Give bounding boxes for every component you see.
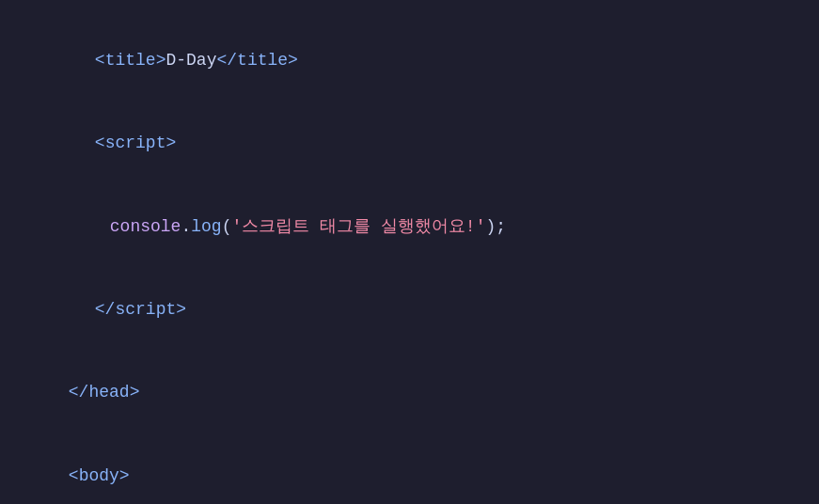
line-content: <script> bbox=[0, 102, 176, 183]
line-content: <title>D-Day</title> bbox=[0, 20, 298, 101]
line-content: <body> bbox=[0, 435, 130, 504]
code-line-2: <script> bbox=[0, 102, 819, 184]
punctuation: ( bbox=[222, 217, 232, 236]
code-line-1: <title>D-Day</title> bbox=[0, 19, 819, 102]
line-content: console.log('스크립트 태그를 실행했어요!'); bbox=[0, 186, 506, 267]
bracket: < bbox=[69, 466, 79, 485]
bracket: </ bbox=[216, 51, 237, 70]
bracket: > bbox=[130, 383, 140, 402]
bracket: > bbox=[288, 51, 298, 70]
tag-name: title bbox=[237, 51, 288, 70]
bracket: < bbox=[95, 134, 105, 152]
method-name: log bbox=[191, 217, 221, 236]
tag-name: title bbox=[105, 51, 156, 70]
bracket: > bbox=[176, 300, 186, 319]
bracket: </ bbox=[95, 300, 116, 319]
line-content: </head> bbox=[0, 353, 139, 433]
inner-text: D-Day bbox=[165, 51, 216, 70]
keyword: console bbox=[110, 217, 181, 236]
code-line-4: </script> bbox=[0, 268, 819, 351]
tag-name: head bbox=[88, 383, 129, 402]
bracket: > bbox=[156, 51, 166, 70]
bracket: > bbox=[119, 466, 130, 485]
tag-name: script bbox=[105, 134, 166, 152]
punctuation: ); bbox=[485, 217, 506, 236]
code-editor: <title>D-Day</title> <script> console.lo… bbox=[0, 11, 819, 504]
bracket: > bbox=[165, 134, 176, 152]
line-content: </script> bbox=[0, 269, 186, 350]
bracket: < bbox=[95, 51, 105, 70]
tag-name: script bbox=[115, 300, 176, 319]
code-line-5: </head> bbox=[0, 352, 819, 434]
code-line-3: console.log('스크립트 태그를 실행했어요!'); bbox=[0, 185, 819, 268]
punctuation: . bbox=[181, 217, 191, 236]
string-value: '스크립트 태그를 실행했어요!' bbox=[231, 217, 485, 236]
code-line-6: <body> bbox=[0, 434, 819, 504]
bracket: </ bbox=[69, 383, 89, 402]
tag-name: body bbox=[79, 466, 119, 485]
